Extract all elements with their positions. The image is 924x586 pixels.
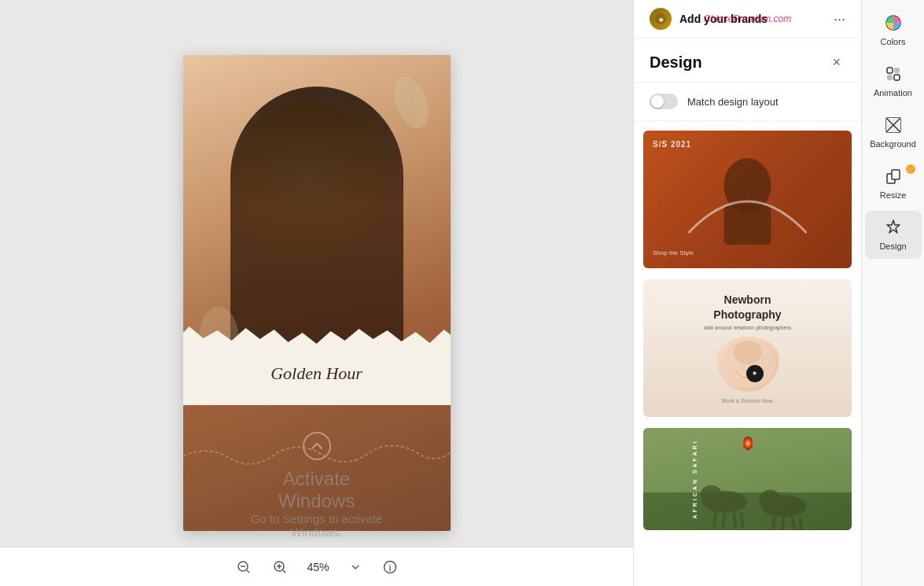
design-title: Golden Hour — [271, 348, 363, 384]
zoom-chevron-button[interactable] — [344, 558, 367, 576]
svg-rect-43 — [892, 170, 900, 179]
up-arrow-button[interactable] — [303, 432, 331, 460]
template-3-deco: 🏮 — [740, 436, 756, 451]
colors-label: Colors — [881, 37, 906, 46]
template-card[interactable]: AFRICAN SAFARI 🏮 — [642, 426, 853, 532]
svg-line-30 — [782, 517, 783, 530]
animation-icon — [885, 65, 902, 85]
svg-line-32 — [800, 517, 801, 530]
svg-rect-35 — [894, 68, 900, 73]
svg-rect-34 — [887, 68, 893, 73]
sidebar-item-resize[interactable]: 👑 Resize — [865, 160, 922, 208]
template-2-title: NewbornPhotography — [713, 293, 781, 321]
sidebar-item-colors[interactable]: Colors — [865, 6, 922, 54]
brand-name: Add your brands — [679, 13, 768, 25]
sidebar-item-background[interactable]: Background — [865, 109, 922, 157]
sidebar-item-animation[interactable]: Animation — [865, 57, 922, 105]
panel-title: Design — [650, 53, 702, 72]
toggle-row: Match design layout — [634, 83, 861, 121]
svg-line-29 — [773, 517, 775, 530]
design-label: Design — [879, 241, 906, 251]
sidebar-item-design[interactable]: Design — [865, 211, 922, 259]
resize-label: Resize — [880, 190, 907, 200]
template-1-bottom-text: Shop the Style — [653, 249, 694, 256]
zoom-level: 45% — [303, 561, 334, 573]
design-canvas: Golden Hour — [183, 55, 451, 531]
more-button[interactable]: ··· — [834, 11, 845, 28]
background-icon — [885, 116, 902, 136]
svg-rect-36 — [887, 75, 893, 80]
svg-point-22 — [701, 485, 723, 503]
zoom-out-button[interactable] — [230, 557, 257, 577]
canvas-wrapper: Golden Hour Activate Windows Go to Setti… — [183, 0, 451, 586]
template-card[interactable]: S/S 2021 Shop the Style — [642, 129, 853, 270]
brand-avatar: ★ — [650, 8, 672, 30]
template-1-preview: S/S 2021 Shop the Style — [643, 131, 852, 268]
resize-icon — [885, 168, 902, 187]
template-3-vertical-text: AFRICAN SAFARI — [692, 439, 698, 518]
svg-point-28 — [759, 490, 781, 508]
close-button[interactable]: × — [827, 53, 845, 72]
svg-rect-20 — [643, 492, 852, 530]
toggle-label: Match design layout — [687, 96, 779, 108]
brand-bar: ★ Add your brands ··· ChiasePremium.com — [634, 0, 861, 39]
svg-point-18 — [734, 341, 762, 364]
template-2-baby-image: ★ — [716, 337, 779, 392]
panel-header: Design × — [634, 39, 861, 83]
background-label: Background — [870, 139, 916, 149]
svg-line-6 — [247, 570, 249, 573]
template-1-label: S/S 2021 — [653, 140, 691, 149]
svg-rect-16 — [724, 205, 771, 245]
svg-text:★: ★ — [658, 17, 664, 24]
svg-line-26 — [741, 513, 742, 527]
templates-list: S/S 2021 Shop the Style NewbornPhotograp… — [634, 121, 861, 586]
template-2-preview: NewbornPhotography wild around newborn p… — [643, 279, 852, 417]
bottom-toolbar: 45% i — [0, 547, 633, 586]
template-2-subtitle: wild around newborn photographers — [704, 325, 792, 330]
right-section: ★ Add your brands ··· ChiasePremium.com … — [633, 0, 924, 586]
animation-label: Animation — [874, 88, 912, 98]
svg-rect-37 — [894, 75, 900, 80]
svg-line-23 — [714, 513, 716, 527]
sidebar-icons: Colors Animation — [861, 0, 924, 586]
template-3-preview: AFRICAN SAFARI 🏮 — [643, 428, 852, 530]
svg-line-31 — [793, 517, 794, 530]
template-2-cta: Book a Session Now — [722, 398, 773, 404]
svg-text:i: i — [388, 563, 391, 572]
match-design-toggle[interactable] — [650, 94, 678, 109]
svg-line-10 — [283, 570, 285, 573]
canvas-area: Golden Hour Activate Windows Go to Setti… — [0, 0, 633, 586]
template-card[interactable]: NewbornPhotography wild around newborn p… — [642, 278, 853, 418]
svg-line-25 — [734, 513, 735, 527]
zoom-in-button[interactable] — [267, 557, 293, 577]
leaf-top-right — [388, 71, 435, 134]
svg-line-24 — [723, 513, 724, 527]
info-button[interactable]: i — [377, 557, 403, 577]
template-2-badge: ★ — [746, 365, 764, 382]
right-panel: ★ Add your brands ··· ChiasePremium.com … — [633, 0, 861, 586]
brand-left: ★ Add your brands — [650, 8, 768, 30]
resize-crown-badge: 👑 — [906, 164, 915, 174]
colors-icon — [885, 14, 902, 34]
design-icon — [885, 219, 902, 238]
